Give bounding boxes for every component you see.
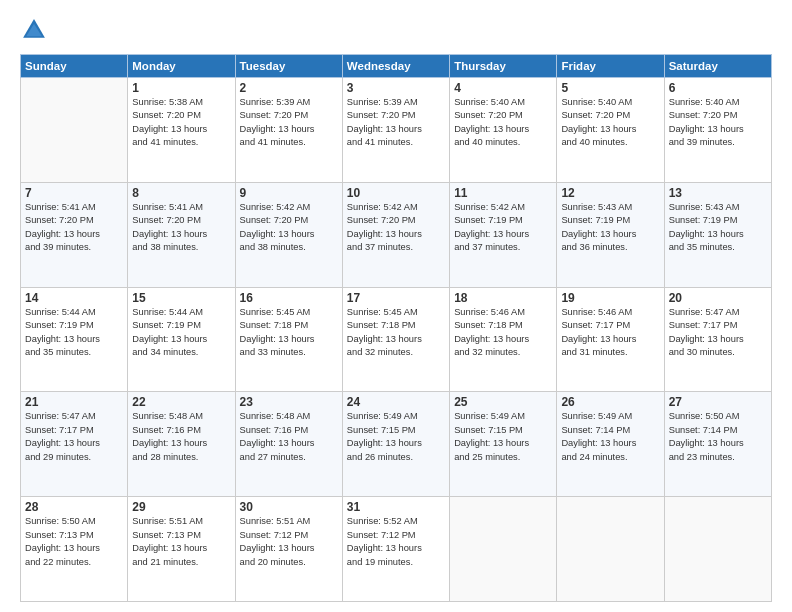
cell-info: Sunrise: 5:51 AM Sunset: 7:12 PM Dayligh… — [240, 515, 338, 569]
calendar-cell: 30Sunrise: 5:51 AM Sunset: 7:12 PM Dayli… — [235, 497, 342, 602]
calendar-cell: 10Sunrise: 5:42 AM Sunset: 7:20 PM Dayli… — [342, 182, 449, 287]
day-number: 21 — [25, 395, 123, 409]
calendar-table: SundayMondayTuesdayWednesdayThursdayFrid… — [20, 54, 772, 602]
day-number: 9 — [240, 186, 338, 200]
calendar-cell: 12Sunrise: 5:43 AM Sunset: 7:19 PM Dayli… — [557, 182, 664, 287]
logo — [20, 16, 52, 44]
day-number: 15 — [132, 291, 230, 305]
cell-info: Sunrise: 5:42 AM Sunset: 7:20 PM Dayligh… — [347, 201, 445, 255]
day-number: 26 — [561, 395, 659, 409]
col-header-saturday: Saturday — [664, 55, 771, 78]
day-number: 1 — [132, 81, 230, 95]
day-number: 19 — [561, 291, 659, 305]
cell-info: Sunrise: 5:49 AM Sunset: 7:14 PM Dayligh… — [561, 410, 659, 464]
calendar-cell: 1Sunrise: 5:38 AM Sunset: 7:20 PM Daylig… — [128, 78, 235, 183]
cell-info: Sunrise: 5:46 AM Sunset: 7:17 PM Dayligh… — [561, 306, 659, 360]
calendar-cell: 22Sunrise: 5:48 AM Sunset: 7:16 PM Dayli… — [128, 392, 235, 497]
day-number: 8 — [132, 186, 230, 200]
calendar-header-row: SundayMondayTuesdayWednesdayThursdayFrid… — [21, 55, 772, 78]
cell-info: Sunrise: 5:41 AM Sunset: 7:20 PM Dayligh… — [132, 201, 230, 255]
calendar-cell — [557, 497, 664, 602]
calendar-cell: 24Sunrise: 5:49 AM Sunset: 7:15 PM Dayli… — [342, 392, 449, 497]
day-number: 28 — [25, 500, 123, 514]
cell-info: Sunrise: 5:39 AM Sunset: 7:20 PM Dayligh… — [240, 96, 338, 150]
calendar-cell — [664, 497, 771, 602]
calendar-cell — [21, 78, 128, 183]
day-number: 7 — [25, 186, 123, 200]
cell-info: Sunrise: 5:41 AM Sunset: 7:20 PM Dayligh… — [25, 201, 123, 255]
logo-icon — [20, 16, 48, 44]
day-number: 30 — [240, 500, 338, 514]
day-number: 23 — [240, 395, 338, 409]
day-number: 3 — [347, 81, 445, 95]
cell-info: Sunrise: 5:44 AM Sunset: 7:19 PM Dayligh… — [25, 306, 123, 360]
day-number: 14 — [25, 291, 123, 305]
week-row-3: 14Sunrise: 5:44 AM Sunset: 7:19 PM Dayli… — [21, 287, 772, 392]
col-header-wednesday: Wednesday — [342, 55, 449, 78]
day-number: 13 — [669, 186, 767, 200]
cell-info: Sunrise: 5:40 AM Sunset: 7:20 PM Dayligh… — [454, 96, 552, 150]
cell-info: Sunrise: 5:47 AM Sunset: 7:17 PM Dayligh… — [25, 410, 123, 464]
day-number: 20 — [669, 291, 767, 305]
week-row-5: 28Sunrise: 5:50 AM Sunset: 7:13 PM Dayli… — [21, 497, 772, 602]
page: SundayMondayTuesdayWednesdayThursdayFrid… — [0, 0, 792, 612]
calendar-cell: 15Sunrise: 5:44 AM Sunset: 7:19 PM Dayli… — [128, 287, 235, 392]
cell-info: Sunrise: 5:50 AM Sunset: 7:14 PM Dayligh… — [669, 410, 767, 464]
day-number: 25 — [454, 395, 552, 409]
cell-info: Sunrise: 5:38 AM Sunset: 7:20 PM Dayligh… — [132, 96, 230, 150]
cell-info: Sunrise: 5:42 AM Sunset: 7:19 PM Dayligh… — [454, 201, 552, 255]
day-number: 24 — [347, 395, 445, 409]
calendar-cell: 17Sunrise: 5:45 AM Sunset: 7:18 PM Dayli… — [342, 287, 449, 392]
calendar-cell: 23Sunrise: 5:48 AM Sunset: 7:16 PM Dayli… — [235, 392, 342, 497]
col-header-sunday: Sunday — [21, 55, 128, 78]
calendar-cell: 26Sunrise: 5:49 AM Sunset: 7:14 PM Dayli… — [557, 392, 664, 497]
header — [20, 16, 772, 44]
calendar-cell: 7Sunrise: 5:41 AM Sunset: 7:20 PM Daylig… — [21, 182, 128, 287]
day-number: 5 — [561, 81, 659, 95]
calendar-cell — [450, 497, 557, 602]
day-number: 16 — [240, 291, 338, 305]
day-number: 11 — [454, 186, 552, 200]
cell-info: Sunrise: 5:40 AM Sunset: 7:20 PM Dayligh… — [561, 96, 659, 150]
calendar-cell: 18Sunrise: 5:46 AM Sunset: 7:18 PM Dayli… — [450, 287, 557, 392]
day-number: 12 — [561, 186, 659, 200]
week-row-1: 1Sunrise: 5:38 AM Sunset: 7:20 PM Daylig… — [21, 78, 772, 183]
day-number: 10 — [347, 186, 445, 200]
calendar-cell: 9Sunrise: 5:42 AM Sunset: 7:20 PM Daylig… — [235, 182, 342, 287]
day-number: 17 — [347, 291, 445, 305]
cell-info: Sunrise: 5:48 AM Sunset: 7:16 PM Dayligh… — [240, 410, 338, 464]
cell-info: Sunrise: 5:45 AM Sunset: 7:18 PM Dayligh… — [240, 306, 338, 360]
calendar-cell: 14Sunrise: 5:44 AM Sunset: 7:19 PM Dayli… — [21, 287, 128, 392]
calendar-cell: 27Sunrise: 5:50 AM Sunset: 7:14 PM Dayli… — [664, 392, 771, 497]
calendar-cell: 20Sunrise: 5:47 AM Sunset: 7:17 PM Dayli… — [664, 287, 771, 392]
calendar-cell: 6Sunrise: 5:40 AM Sunset: 7:20 PM Daylig… — [664, 78, 771, 183]
cell-info: Sunrise: 5:50 AM Sunset: 7:13 PM Dayligh… — [25, 515, 123, 569]
calendar-cell: 13Sunrise: 5:43 AM Sunset: 7:19 PM Dayli… — [664, 182, 771, 287]
calendar-cell: 4Sunrise: 5:40 AM Sunset: 7:20 PM Daylig… — [450, 78, 557, 183]
calendar-cell: 25Sunrise: 5:49 AM Sunset: 7:15 PM Dayli… — [450, 392, 557, 497]
calendar-cell: 21Sunrise: 5:47 AM Sunset: 7:17 PM Dayli… — [21, 392, 128, 497]
cell-info: Sunrise: 5:45 AM Sunset: 7:18 PM Dayligh… — [347, 306, 445, 360]
col-header-friday: Friday — [557, 55, 664, 78]
day-number: 2 — [240, 81, 338, 95]
calendar-cell: 19Sunrise: 5:46 AM Sunset: 7:17 PM Dayli… — [557, 287, 664, 392]
day-number: 27 — [669, 395, 767, 409]
cell-info: Sunrise: 5:47 AM Sunset: 7:17 PM Dayligh… — [669, 306, 767, 360]
cell-info: Sunrise: 5:39 AM Sunset: 7:20 PM Dayligh… — [347, 96, 445, 150]
calendar-cell: 8Sunrise: 5:41 AM Sunset: 7:20 PM Daylig… — [128, 182, 235, 287]
cell-info: Sunrise: 5:52 AM Sunset: 7:12 PM Dayligh… — [347, 515, 445, 569]
cell-info: Sunrise: 5:46 AM Sunset: 7:18 PM Dayligh… — [454, 306, 552, 360]
week-row-4: 21Sunrise: 5:47 AM Sunset: 7:17 PM Dayli… — [21, 392, 772, 497]
calendar-cell: 16Sunrise: 5:45 AM Sunset: 7:18 PM Dayli… — [235, 287, 342, 392]
cell-info: Sunrise: 5:43 AM Sunset: 7:19 PM Dayligh… — [669, 201, 767, 255]
cell-info: Sunrise: 5:44 AM Sunset: 7:19 PM Dayligh… — [132, 306, 230, 360]
day-number: 4 — [454, 81, 552, 95]
day-number: 22 — [132, 395, 230, 409]
col-header-monday: Monday — [128, 55, 235, 78]
calendar-cell: 2Sunrise: 5:39 AM Sunset: 7:20 PM Daylig… — [235, 78, 342, 183]
calendar-cell: 11Sunrise: 5:42 AM Sunset: 7:19 PM Dayli… — [450, 182, 557, 287]
calendar-cell: 29Sunrise: 5:51 AM Sunset: 7:13 PM Dayli… — [128, 497, 235, 602]
cell-info: Sunrise: 5:49 AM Sunset: 7:15 PM Dayligh… — [347, 410, 445, 464]
day-number: 29 — [132, 500, 230, 514]
calendar-cell: 31Sunrise: 5:52 AM Sunset: 7:12 PM Dayli… — [342, 497, 449, 602]
